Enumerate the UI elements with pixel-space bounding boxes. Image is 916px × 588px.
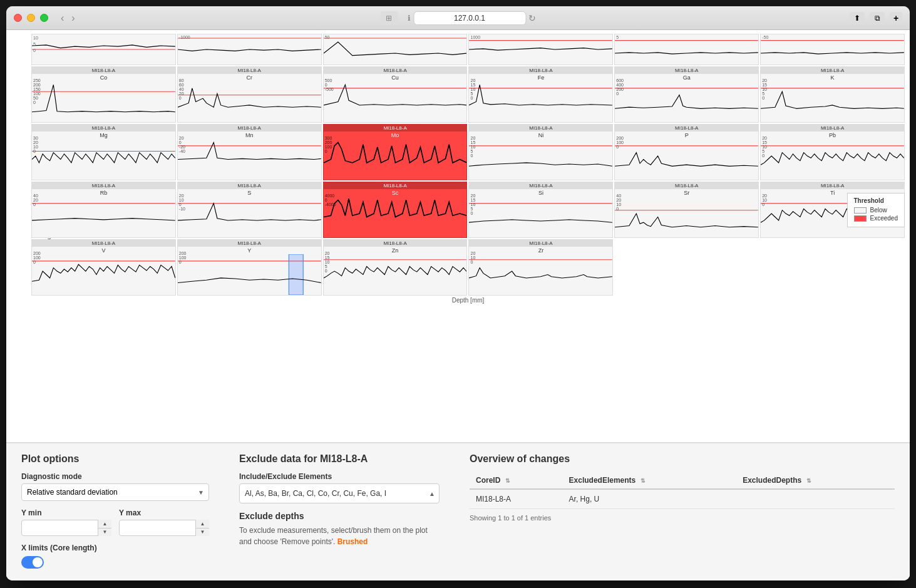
bottom-panel: Plot options Diagnostic mode Relative st… xyxy=(6,442,910,580)
chart-cell: 1000 xyxy=(468,34,613,65)
share-button[interactable]: ⬆ xyxy=(850,12,865,24)
traffic-lights xyxy=(14,14,48,22)
brushed-indicator: Brushed xyxy=(337,537,368,546)
url-area: ℹ 127.0.0.1 ↻ xyxy=(408,11,536,25)
legend-label-exceeded: Exceeded xyxy=(870,215,898,222)
chart-mo: MI18-L8-A Mo 3002001000 xyxy=(323,124,468,180)
y-min-up-button[interactable]: ▲ xyxy=(98,520,111,529)
titlebar-right: ⬆ ⧉ + xyxy=(850,12,902,24)
chart-element-rb: Rb xyxy=(32,189,175,197)
chart-sc: MI18-L8-A Sc 40000-4000 xyxy=(323,182,468,238)
chart-mn: MI18-L8-A Mn 200-20-40 xyxy=(177,124,322,180)
chart-cu: MI18-L8-A Cu 5000-500 xyxy=(323,66,468,123)
tab-icon: ⊞ xyxy=(380,11,398,25)
chart-cr: MI18-L8-A Cr 806040200 xyxy=(177,66,322,123)
overview-table: CoreID ⇅ ExcludedElements ⇅ ExcludedDept… xyxy=(470,472,895,509)
exclude-data-title: Exclude data for MI18-L8-A xyxy=(239,453,440,465)
col-excluded-elements[interactable]: ExcludedElements ⇅ xyxy=(563,472,737,489)
chart-title: MI18-L8-A xyxy=(469,125,612,132)
cell-coreid: MI18-L8-A xyxy=(470,489,563,509)
y-range-fields: Y min ▲ ▼ Y max xyxy=(21,508,209,536)
chart-element-ga: Ga xyxy=(615,74,758,81)
minimize-button[interactable] xyxy=(27,14,35,22)
y-min-group: Y min ▲ ▼ xyxy=(21,508,111,536)
chart-title: MI18-L8-A xyxy=(324,240,467,247)
chart-cell: -1000 xyxy=(177,34,322,65)
diagnostic-mode-wrapper: Relative standard deviation ▼ xyxy=(21,483,209,501)
chart-title: MI18-L8-A xyxy=(469,67,612,74)
legend-swatch-below xyxy=(854,207,867,214)
chart-title: MI18-L8-A xyxy=(32,67,175,74)
plot-options-section: Plot options Diagnostic mode Relative st… xyxy=(21,453,209,570)
table-header: CoreID ⇅ ExcludedElements ⇅ ExcludedDept… xyxy=(470,472,895,489)
overview-section: Overview of changes CoreID ⇅ ExcludedEle… xyxy=(470,453,895,570)
table-body: MI18-L8-A Ar, Hg, U xyxy=(470,489,895,509)
x-limits-label: X limits (Core length) xyxy=(21,544,209,552)
table-row: MI18-L8-A Ar, Hg, U xyxy=(470,489,895,509)
chart-title: MI18-L8-A xyxy=(178,125,321,132)
chart-element-fe: Fe xyxy=(469,74,612,81)
table-header-row: CoreID ⇅ ExcludedElements ⇅ ExcludedDept… xyxy=(470,472,895,489)
chart-element-mo: Mo xyxy=(324,132,467,139)
exclude-depths-label: Exclude depths xyxy=(239,511,440,521)
chart-row-3: MI18-L8-A Rb 40200 MI18-L8-A S xyxy=(31,182,905,238)
exclude-desc: To exclude measurements, select/brush th… xyxy=(239,525,440,547)
chart-y: MI18-L8-A Y 2001000 xyxy=(177,239,322,296)
chart-row-2: MI18-L8-A Mg 3020100 MI18-L8-A Mn xyxy=(31,124,905,180)
legend-item-exceeded: Exceeded xyxy=(854,215,898,222)
chart-element-k: K xyxy=(761,74,904,81)
chart-element-p: P xyxy=(615,132,758,139)
sort-icon-coreid: ⇅ xyxy=(505,478,510,484)
y-max-group: Y max ▲ ▼ xyxy=(119,508,209,536)
chart-title: MI18-L8-A xyxy=(178,240,321,247)
chart-title: MI18-L8-A xyxy=(32,240,175,247)
elements-selector[interactable]: Al, As, Ba, Br, Ca, Cl, Co, Cr, Cu, Fe, … xyxy=(239,483,440,503)
chart-cell: 5 xyxy=(614,34,759,65)
chart-co: MI18-L8-A Co 250200150100500 xyxy=(31,66,176,123)
chart-title: MI18-L8-A xyxy=(178,182,321,189)
add-button[interactable]: + xyxy=(890,12,902,24)
chart-empty-2 xyxy=(760,239,905,296)
titlebar: ‹ › ⊞ ℹ 127.0.0.1 ↻ ⬆ ⧉ + xyxy=(6,6,910,30)
new-tab-button[interactable]: ⧉ xyxy=(870,12,885,24)
url-bar[interactable]: 127.0.0.1 xyxy=(413,11,526,25)
chart-title: MI18-L8-A xyxy=(324,125,467,132)
back-button[interactable]: ‹ xyxy=(58,11,66,25)
y-max-stepper: ▲ ▼ xyxy=(119,520,209,536)
chart-element-co: Co xyxy=(32,74,175,81)
x-limits-toggle[interactable] xyxy=(21,556,44,569)
chart-element-mn: Mn xyxy=(178,132,321,139)
chart-element-s: S xyxy=(178,189,321,197)
diagnostic-mode-label: Diagnostic mode xyxy=(21,472,209,481)
col-excluded-depths[interactable]: ExcludedDepths ⇅ xyxy=(736,472,895,489)
maximize-button[interactable] xyxy=(40,14,48,22)
chart-v: MI18-L8-A V 2001000 xyxy=(31,239,176,296)
chart-element-v: V xyxy=(32,247,175,254)
legend-label-below: Below xyxy=(870,207,887,214)
y-max-label: Y max xyxy=(119,508,209,517)
y-min-down-button[interactable]: ▼ xyxy=(98,529,111,537)
include-exclude-label: Include/Exclude Elements xyxy=(239,472,440,481)
forward-button[interactable]: › xyxy=(69,11,77,25)
chart-element-pb: Pb xyxy=(761,132,904,139)
chart-rb: MI18-L8-A Rb 40200 xyxy=(31,182,176,238)
cell-excluded-depths xyxy=(736,489,895,509)
chart-fe: MI18-L8-A Fe 20151050 xyxy=(468,66,613,123)
chart-element-zn: Zn xyxy=(324,247,467,254)
y-max-down-button[interactable]: ▼ xyxy=(196,529,209,537)
diagnostic-mode-select[interactable]: Relative standard deviation xyxy=(21,483,209,501)
close-button[interactable] xyxy=(14,14,22,22)
chart-zn: MI18-L8-A Zn 20151050 xyxy=(323,239,468,296)
chart-s: MI18-L8-A S 20100-10 xyxy=(177,182,322,238)
col-core-id[interactable]: CoreID ⇅ xyxy=(470,472,563,489)
elements-dropdown-arrow: ▲ xyxy=(429,490,435,497)
chart-cell: 10 5 0 xyxy=(31,34,176,65)
y-max-up-button[interactable]: ▲ xyxy=(196,520,209,529)
chart-element-cu: Cu xyxy=(324,74,467,81)
browser-window: ‹ › ⊞ ℹ 127.0.0.1 ↻ ⬆ ⧉ + σ_rel Percenta… xyxy=(6,6,910,580)
chart-cell: -50 xyxy=(760,34,905,65)
chart-ni: MI18-L8-A Ni 20151050 xyxy=(468,124,613,180)
chart-sr: MI18-L8-A Sr 4020100 xyxy=(614,182,759,238)
chart-mg: MI18-L8-A Mg 3020100 xyxy=(31,124,176,180)
chart-si: MI18-L8-A Si 20151050 xyxy=(468,182,613,238)
